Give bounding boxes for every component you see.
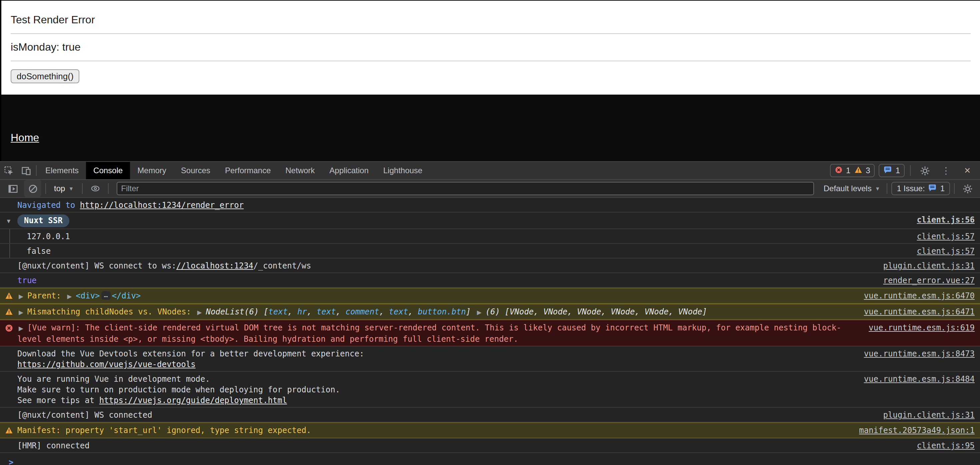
inspect-icon[interactable] [0,162,18,179]
row-gutter [0,231,18,233]
message-text: text [317,307,336,316]
context-selector[interactable]: top ▼ [50,184,78,193]
warning-icon [4,292,13,302]
message-badge-icon [884,165,892,176]
kebab-menu-icon[interactable]: ⋮ [937,162,955,179]
tab-network[interactable]: Network [278,162,322,179]
source-location-link[interactable]: client.js:56 [917,214,975,225]
source-location-link[interactable]: client.js:57 [917,246,975,257]
expand-arrow-icon[interactable]: ▶ [19,309,23,316]
console-row: You are running Vue in development mode.… [0,372,980,408]
source-location-link[interactable]: vue.runtime.esm.js:6470 [864,290,975,301]
console-row: truerender_error.vue:27 [0,273,980,288]
console-row: [HMR] connectedclient.js:95 [0,438,980,453]
warning-count: 3 [865,166,870,175]
issues-box[interactable]: 1 Issue: 1 [892,182,950,195]
issues-count: 1 [940,184,945,193]
tab-elements[interactable]: Elements [38,162,86,179]
message-text: , [336,307,346,316]
sidebar-toggle-icon[interactable] [4,180,21,197]
message-text: level elements inside <p>, or missing <t… [18,335,518,344]
message-text: [Vue warn]: The client-side rendered vir… [27,323,842,332]
log-levels-selector[interactable]: Default levels ▼ [821,184,883,193]
console-row: Download the Vue Devtools extension for … [0,346,980,372]
tab-application[interactable]: Application [322,162,375,179]
console-settings-gear-icon[interactable] [959,180,976,197]
source-location-link[interactable]: vue.runtime.esm.js:8473 [864,348,975,359]
console-status-badge[interactable]: 1 3 [830,164,875,177]
separator [82,183,82,194]
tab-sources[interactable]: Sources [173,162,218,179]
message-text: See more tips at [18,396,99,405]
tab-performance[interactable]: Performance [218,162,278,179]
message-text: , [307,307,317,316]
tab-memory[interactable]: Memory [130,162,173,179]
prompt-chevron-icon: > [9,457,13,465]
console-message: false [18,246,906,257]
source-location-link[interactable]: vue.runtime.esm.js:619 [869,322,975,333]
console-message: ▶Mismatching childNodes vs. VNodes: ▶Nod… [18,306,853,318]
do-something-button[interactable]: doSomething() [11,69,80,83]
tab-console[interactable]: Console [86,162,130,179]
source-location-link[interactable]: manifest.20573a49.json:1 [859,425,975,436]
console-row: 127.0.0.1client.js:57 [0,229,980,244]
message-text: Navigated to [18,200,80,210]
message-text: true [18,276,37,285]
expand-arrow-icon[interactable]: ▶ [19,325,23,332]
source-location-link[interactable]: client.js:57 [917,231,975,242]
console-row: ▶[Vue warn]: The client-side rendered vi… [0,320,980,346]
expand-arrow-icon[interactable]: ▶ [197,309,202,316]
message-text: [@nuxt/content] WS connect to ws: [18,261,177,270]
source-location-link[interactable]: vue.runtime.esm.js:8484 [864,374,975,384]
message-text: , [288,307,298,316]
console-message: Manifest: property 'start_url' ignored, … [18,425,848,436]
message-text: (6) [VNode, VNode, VNode, VNode, VNode, … [486,307,707,316]
devtools-panel: ElementsConsoleMemorySourcesPerformanceN… [0,161,980,465]
levels-label: Default levels [824,184,872,193]
source-location-link[interactable]: plugin.client.js:31 [883,410,975,421]
console-message: Nuxt SSR [18,214,906,227]
console-link[interactable]: //localhost:1234 [177,261,253,270]
source-location-link[interactable]: vue.runtime.esm.js:6471 [864,306,975,317]
source-location-link[interactable]: plugin.client.js:31 [883,260,975,271]
source-location-link[interactable]: client.js:95 [917,440,975,451]
expand-arrow-icon[interactable]: ▶ [67,293,72,300]
clear-console-icon[interactable] [24,180,41,197]
warning-badge-icon [854,165,862,176]
gear-icon[interactable] [916,162,933,179]
message-text: [HMR] connected [18,441,90,450]
source-location-link[interactable]: render_error.vue:27 [883,275,975,286]
device-toolbar-icon[interactable] [18,162,35,179]
message-text: ] [466,307,476,316]
state-line: isMonday: true [11,34,970,53]
expand-arrow-icon[interactable]: ▶ [19,293,23,300]
expand-arrow-icon[interactable]: ▶ [477,309,482,316]
devtools-tabs: ElementsConsoleMemorySourcesPerformanceN… [38,162,430,179]
row-gutter [0,425,18,436]
console-message-list: Navigated to http://localhost:1234/rende… [0,198,980,465]
separator [36,165,37,176]
divider [11,60,970,61]
issues-count-badge[interactable]: 1 [879,164,905,177]
context-label: top [54,184,65,193]
row-gutter [0,348,18,350]
group-label-badge[interactable]: Nuxt SSR [18,214,69,227]
close-icon[interactable]: × [959,162,976,179]
console-link[interactable]: https://github.com/vuejs/vue-devtools [18,360,196,369]
filter-input[interactable] [116,182,814,195]
separator [910,165,911,176]
issues-label: 1 Issue: [897,184,925,193]
console-link[interactable]: https://vuejs.org/guide/deployment.html [99,396,287,405]
group-collapse-caret[interactable]: ▼ [6,216,12,224]
home-link[interactable]: Home [11,132,39,143]
row-gutter [0,410,18,411]
console-prompt[interactable]: > [0,453,980,465]
eye-icon[interactable] [86,180,103,197]
console-row: ▶Mismatching childNodes vs. VNodes: ▶Nod… [0,304,980,320]
console-link[interactable]: http://localhost:1234/render_error [80,200,243,210]
ellipsis-badge[interactable]: … [101,291,111,300]
tab-lighthouse[interactable]: Lighthouse [376,162,430,179]
row-gutter [0,200,18,201]
row-gutter [0,440,18,442]
console-message: true [18,275,872,286]
